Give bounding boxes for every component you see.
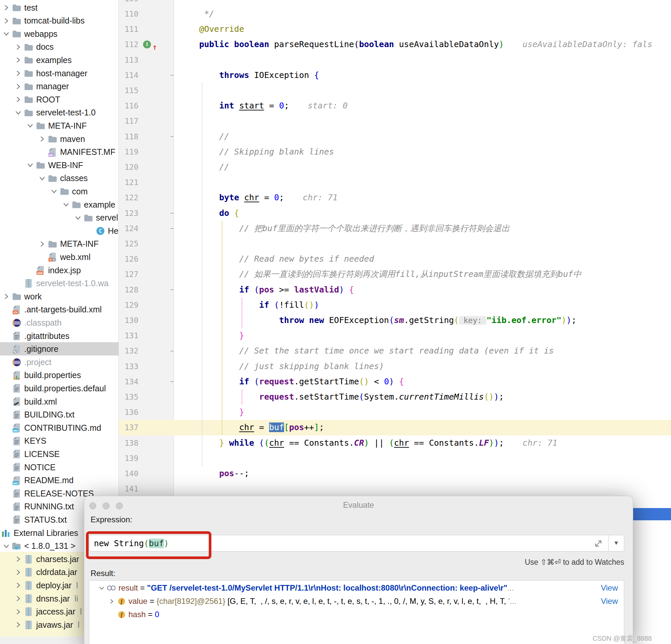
tree-item-build.xml[interactable]: build.xml bbox=[0, 395, 119, 408]
fold-marker-icon[interactable]: − bbox=[168, 209, 176, 217]
code-line-124[interactable]: 124− // 把buf里面的字符一个个取出来进行判断，遇到非回车换行符则会退出 bbox=[118, 221, 671, 236]
tree-chevron-icon[interactable] bbox=[13, 554, 23, 564]
tree-item-building.txt[interactable]: BUILDING.txt bbox=[0, 408, 119, 422]
tree-item-build.properties.defaul[interactable]: build.properties.defaul bbox=[0, 382, 119, 395]
tree-item-.gitattributes[interactable]: .gitattributes bbox=[0, 329, 119, 343]
fold-marker-icon[interactable]: − bbox=[168, 347, 176, 355]
tree-chevron-icon[interactable] bbox=[73, 213, 83, 223]
tree-chevron-icon[interactable] bbox=[1, 16, 11, 26]
tree-item-tomcat-build-libs[interactable]: tomcat-build-libs bbox=[0, 14, 119, 27]
fold-marker-icon[interactable] bbox=[168, 362, 176, 370]
tree-item-.project[interactable]: .project bbox=[0, 356, 119, 369]
result-chevron-icon[interactable] bbox=[97, 585, 106, 591]
tree-chevron-icon[interactable] bbox=[1, 29, 11, 39]
tree-chevron-icon[interactable] bbox=[13, 42, 23, 52]
code-line-112[interactable]: 112I↑ public boolean parseRequestLine(bo… bbox=[118, 37, 671, 52]
tree-chevron-icon[interactable] bbox=[13, 580, 23, 590]
fold-marker-icon[interactable] bbox=[168, 163, 176, 171]
tree-item-build.properties[interactable]: build.properties bbox=[0, 369, 119, 382]
tree-item-servelet-test-1.0[interactable]: servelet-test-1.0 bbox=[0, 106, 119, 119]
code-line-115[interactable]: 115 bbox=[118, 83, 671, 98]
tree-item-web-inf[interactable]: WEB-INF bbox=[0, 158, 119, 172]
result-chevron-icon[interactable] bbox=[106, 598, 116, 605]
tree-item-work[interactable]: work bbox=[0, 290, 119, 303]
code-line-114[interactable]: 114− throws IOException { bbox=[118, 68, 671, 83]
code-line-125[interactable]: 125 bbox=[118, 236, 671, 252]
view-link[interactable]: View bbox=[601, 583, 618, 593]
tree-item-examples[interactable]: examples bbox=[0, 53, 119, 67]
code-line-130[interactable]: 130 throw new EOFException(sm.getString(… bbox=[118, 313, 671, 328]
code-line-111[interactable]: 111 @Override bbox=[118, 22, 671, 37]
code-line-136[interactable]: 136 } bbox=[118, 404, 671, 420]
fold-marker-icon[interactable] bbox=[168, 332, 176, 339]
code-line-123[interactable]: 123− do { bbox=[118, 206, 671, 221]
tree-item-manifest.mf[interactable]: MFMANIFEST.MF bbox=[0, 145, 119, 159]
tree-item-manager[interactable]: manager bbox=[0, 80, 119, 93]
tree-chevron-icon[interactable] bbox=[13, 81, 23, 91]
code-line-119[interactable]: 119 // Skipping blank lines bbox=[118, 144, 671, 159]
tree-item-example[interactable]: example bbox=[0, 198, 119, 211]
tree-item-he[interactable]: CHe bbox=[0, 224, 119, 237]
tree-chevron-icon[interactable] bbox=[49, 186, 59, 196]
tree-chevron-icon[interactable] bbox=[1, 292, 11, 301]
code-line-122[interactable]: 122 byte chr = 0;chr: 71 bbox=[118, 190, 671, 205]
tree-item-test[interactable]: test bbox=[0, 1, 119, 14]
tree-chevron-icon[interactable] bbox=[37, 134, 47, 144]
code-line-139[interactable]: 139 bbox=[118, 451, 671, 466]
code-line-127[interactable]: 127 // 如果一直读到的回车换行符则再次调用fill,从inputStrea… bbox=[118, 267, 671, 282]
tree-chevron-icon[interactable] bbox=[13, 567, 23, 577]
tree-item-host-manager[interactable]: host-manager bbox=[0, 67, 119, 80]
tree-chevron-icon[interactable] bbox=[37, 239, 47, 249]
tree-item-meta-inf[interactable]: META-INF bbox=[0, 237, 119, 251]
code-line-134[interactable]: 134− if (request.getStartTime() < 0) { bbox=[118, 374, 671, 389]
result-row-value[interactable]: fvalue = {char[8192]@2561} [G, E, T, , /… bbox=[89, 595, 624, 608]
fold-marker-icon[interactable] bbox=[168, 408, 176, 416]
tree-item-servel[interactable]: servel bbox=[0, 211, 119, 224]
tree-chevron-icon[interactable] bbox=[37, 173, 47, 183]
fold-marker-icon[interactable]: − bbox=[168, 71, 176, 79]
tree-item-servelet-test-1.0.wa[interactable]: servelet-test-1.0.wa bbox=[0, 277, 119, 290]
expression-history-dropdown[interactable]: ▼ bbox=[608, 535, 624, 551]
tree-chevron-icon[interactable] bbox=[13, 620, 23, 630]
tree-chevron-icon[interactable] bbox=[13, 68, 23, 78]
tree-item-classes[interactable]: classes bbox=[0, 172, 119, 185]
tree-item-web.xml[interactable]: <web.xml bbox=[0, 250, 119, 263]
code-line-138[interactable]: 138 } while ((chr == Constants.CR) || (c… bbox=[118, 435, 671, 451]
tree-item-.ant-targets-build.xml[interactable]: <>.ant-targets-build.xml bbox=[0, 303, 119, 317]
code-line-135[interactable]: 135 request.setStartTime(System.currentT… bbox=[118, 389, 671, 404]
tree-chevron-icon[interactable] bbox=[13, 55, 23, 65]
tree-item-root[interactable]: ROOT bbox=[0, 93, 119, 106]
implementing-method-icon[interactable]: I bbox=[143, 40, 151, 48]
result-tree[interactable]: result = "GET /servelet-test-1.0/MyServl… bbox=[89, 580, 624, 644]
tree-item-docs[interactable]: docs bbox=[0, 40, 119, 54]
code-line-113[interactable]: 113 bbox=[118, 52, 671, 68]
tree-item-com[interactable]: com bbox=[0, 185, 119, 198]
code-line-118[interactable]: 118− // bbox=[118, 129, 671, 144]
tree-chevron-icon[interactable] bbox=[13, 607, 23, 617]
tree-item-contributing.md[interactable]: MDCONTRIBUTING.md bbox=[0, 421, 119, 435]
code-line-128[interactable]: 128− if (pos >= lastValid) { bbox=[118, 282, 671, 297]
code-line-116[interactable]: 116 int start = 0;start: 0 bbox=[118, 98, 671, 113]
result-row-hash[interactable]: fhash = 0 bbox=[89, 608, 624, 621]
fold-marker-icon[interactable]: − bbox=[168, 286, 176, 294]
tree-item-meta-inf[interactable]: META-INF bbox=[0, 119, 119, 132]
code-line-137[interactable]: 137 chr = buf[pos++]; bbox=[118, 420, 671, 435]
tree-item-webapps[interactable]: webapps bbox=[0, 27, 119, 40]
tree-item-.classpath[interactable]: .classpath bbox=[0, 316, 119, 329]
view-link[interactable]: View bbox=[601, 596, 618, 606]
tree-chevron-icon[interactable] bbox=[13, 108, 23, 118]
code-line-109[interactable]: 109 * bbox=[118, 0, 671, 6]
tree-item-readme.md[interactable]: MDREADME.md bbox=[0, 474, 119, 487]
tree-item-notice[interactable]: NOTICE bbox=[0, 461, 119, 474]
tree-chevron-icon[interactable] bbox=[13, 594, 23, 604]
result-row-result[interactable]: result = "GET /servelet-test-1.0/MyServl… bbox=[89, 581, 624, 595]
code-line-110[interactable]: 110 */ bbox=[118, 6, 671, 22]
tree-chevron-icon[interactable] bbox=[1, 541, 11, 551]
code-line-140[interactable]: 140 pos--; bbox=[118, 466, 671, 481]
tree-chevron-icon[interactable] bbox=[1, 3, 11, 13]
tree-chevron-icon[interactable] bbox=[25, 160, 35, 170]
code-line-117[interactable]: 117 bbox=[118, 113, 671, 129]
tree-item-index.jsp[interactable]: JSPindex.jsp bbox=[0, 263, 119, 277]
code-line-132[interactable]: 132− // Set the start time once we start… bbox=[118, 343, 671, 359]
code-line-129[interactable]: 129 if (!fill()) bbox=[118, 297, 671, 313]
